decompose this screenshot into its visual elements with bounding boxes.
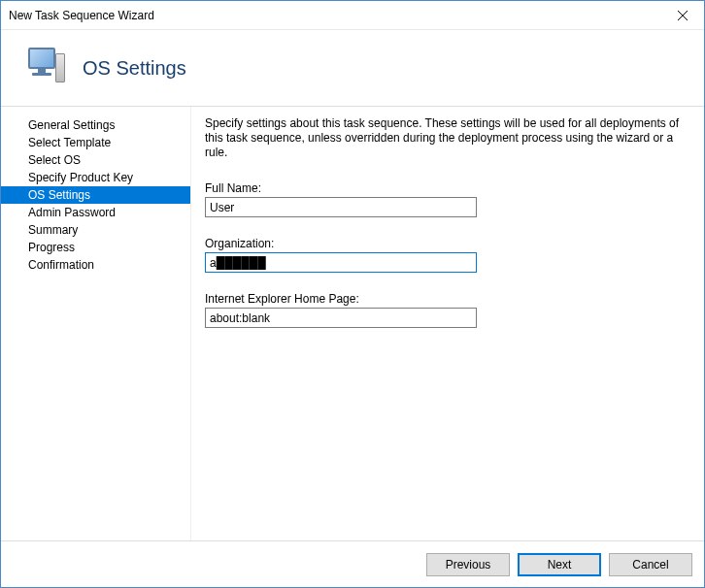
organization-label: Organization:: [205, 237, 688, 250]
page-description: Specify settings about this task sequenc…: [205, 116, 688, 160]
close-button[interactable]: [660, 1, 704, 29]
sidebar-item-admin-password[interactable]: Admin Password: [1, 204, 190, 221]
wizard-header: OS Settings: [1, 30, 704, 106]
window-title: New Task Sequence Wizard: [9, 9, 154, 22]
wizard-steps-sidebar: General Settings Select Template Select …: [1, 107, 191, 540]
wizard-footer: Previous Next Cancel: [1, 540, 704, 587]
field-fullname: Full Name:: [205, 181, 688, 217]
field-ie-home: Internet Explorer Home Page:: [205, 292, 688, 328]
sidebar-item-confirmation[interactable]: Confirmation: [1, 256, 190, 274]
sidebar-item-select-template[interactable]: Select Template: [1, 134, 190, 151]
titlebar: New Task Sequence Wizard: [1, 1, 704, 30]
previous-button[interactable]: Previous: [426, 553, 510, 576]
page-title: OS Settings: [83, 57, 186, 80]
sidebar-item-specify-product-key[interactable]: Specify Product Key: [1, 169, 190, 186]
ie-home-label: Internet Explorer Home Page:: [205, 292, 688, 306]
next-button[interactable]: Next: [518, 553, 601, 576]
sidebar-item-select-os[interactable]: Select OS: [1, 151, 190, 169]
sidebar-item-progress[interactable]: Progress: [1, 239, 190, 256]
close-icon: [678, 11, 688, 20]
sidebar-item-general-settings[interactable]: General Settings: [1, 116, 190, 134]
organization-input[interactable]: [205, 252, 477, 273]
fullname-input[interactable]: [205, 197, 477, 217]
sidebar-item-os-settings[interactable]: OS Settings: [1, 186, 190, 204]
wizard-content: Specify settings about this task sequenc…: [191, 107, 704, 540]
cancel-button[interactable]: Cancel: [609, 553, 692, 576]
sidebar-item-summary[interactable]: Summary: [1, 221, 190, 239]
fullname-label: Full Name:: [205, 181, 688, 195]
field-organization: Organization:: [205, 237, 688, 273]
wizard-window: New Task Sequence Wizard OS Settings Gen…: [0, 0, 705, 588]
computer-icon: [24, 48, 65, 88]
ie-home-input[interactable]: [205, 308, 477, 328]
wizard-body: General Settings Select Template Select …: [1, 106, 704, 540]
